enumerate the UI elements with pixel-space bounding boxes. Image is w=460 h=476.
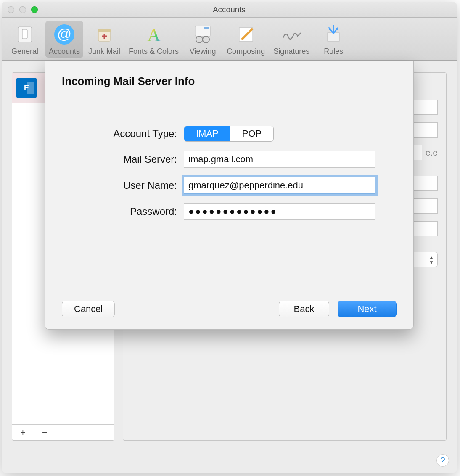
password-input[interactable]: [184, 203, 375, 220]
svg-text:A: A: [147, 25, 161, 45]
back-button[interactable]: Back: [279, 301, 329, 317]
user-name-label: User Name:: [62, 180, 184, 191]
remove-account-button[interactable]: −: [34, 425, 56, 440]
pencil-paper-icon: [235, 24, 257, 45]
toolbar-label: General: [11, 47, 38, 56]
account-type-pop-button[interactable]: POP: [230, 126, 273, 141]
mail-server-label: Mail Server:: [62, 153, 184, 165]
add-account-button[interactable]: +: [12, 425, 34, 440]
toolbar-item-accounts[interactable]: @ Accounts: [45, 21, 83, 58]
sheet-button-row: Cancel Back Next: [62, 301, 397, 317]
help-button[interactable]: ?: [436, 454, 449, 467]
svg-point-12: [203, 36, 209, 43]
at-sign-icon: @: [53, 24, 75, 45]
svg-rect-5: [98, 29, 111, 32]
preferences-window: Accounts General @ Accounts Junk Mail A: [2, 2, 457, 473]
window-title: Accounts: [2, 5, 457, 14]
next-button[interactable]: Next: [338, 301, 397, 317]
exchange-icon: E: [16, 78, 37, 98]
toolbar-item-viewing[interactable]: Viewing: [184, 21, 222, 58]
toolbar-item-junk-mail[interactable]: Junk Mail: [85, 21, 124, 58]
toolbar-item-signatures[interactable]: Signatures: [270, 21, 313, 58]
sidebar-footer-spacer: [56, 425, 114, 440]
account-type-label: Account Type:: [62, 128, 184, 140]
window-controls: [8, 6, 38, 13]
trash-icon: [93, 24, 115, 45]
svg-rect-16: [328, 33, 339, 41]
close-window-button[interactable]: [8, 6, 14, 13]
titlebar: Accounts: [2, 2, 457, 18]
toolbar-item-fonts-colors[interactable]: A Fonts & Colors: [125, 21, 182, 58]
preferences-toolbar: General @ Accounts Junk Mail A Fonts & C…: [2, 18, 457, 61]
account-type-segmented-control: IMAP POP: [184, 126, 274, 142]
glasses-icon: [192, 24, 214, 45]
toolbar-item-rules[interactable]: Rules: [315, 21, 352, 58]
svg-point-11: [196, 36, 203, 43]
toolbar-label: Junk Mail: [88, 47, 120, 56]
toolbar-label: Viewing: [190, 47, 216, 56]
user-name-input[interactable]: [184, 177, 375, 194]
svg-rect-1: [22, 29, 27, 39]
mail-server-input[interactable]: [184, 151, 375, 168]
toolbar-label: Signatures: [273, 47, 309, 56]
password-label: Password:: [62, 206, 184, 217]
toolbar-label: Accounts: [49, 47, 80, 56]
font-rainbow-icon: A: [143, 24, 165, 45]
chevron-updown-icon: ▲▼: [429, 255, 434, 265]
clipped-email-tail: e.e: [426, 148, 438, 158]
svg-text:@: @: [57, 26, 72, 42]
zoom-window-button[interactable]: [31, 6, 38, 13]
toolbar-item-composing[interactable]: Composing: [223, 21, 268, 58]
sheet-title: Incoming Mail Server Info: [62, 75, 397, 88]
rules-arrows-icon: [323, 24, 344, 45]
cancel-button[interactable]: Cancel: [62, 301, 115, 317]
account-type-imap-button[interactable]: IMAP: [184, 126, 230, 141]
switch-icon: [14, 24, 36, 45]
minimize-window-button[interactable]: [19, 6, 26, 13]
sidebar-footer: + −: [12, 424, 114, 440]
toolbar-label: Composing: [227, 47, 265, 56]
toolbar-label: Fonts & Colors: [129, 47, 179, 56]
toolbar-label: Rules: [324, 47, 343, 56]
signature-icon: [280, 24, 302, 45]
svg-rect-10: [204, 27, 209, 29]
incoming-mail-server-sheet: Incoming Mail Server Info Account Type: …: [45, 61, 414, 330]
toolbar-item-general[interactable]: General: [6, 21, 44, 58]
